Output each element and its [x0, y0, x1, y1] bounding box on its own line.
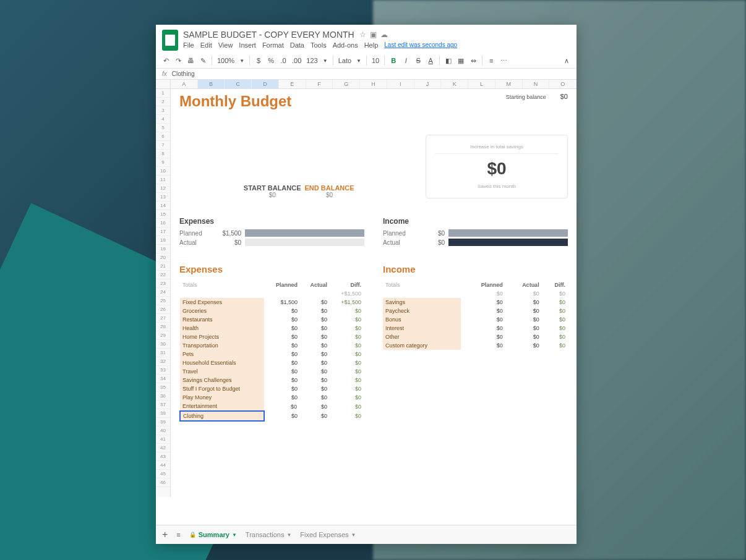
column-header[interactable]: B	[198, 80, 225, 88]
table-row[interactable]: Entertainment$0$0$0	[180, 402, 364, 411]
table-row[interactable]: Home Projects$0$0$0	[180, 333, 364, 341]
row-header[interactable]: 14	[156, 202, 170, 210]
paint-format-button[interactable]: ✎	[199, 57, 207, 65]
menu-help[interactable]: Help	[364, 41, 379, 49]
menu-edit[interactable]: Edit	[200, 41, 212, 49]
borders-button[interactable]: ▦	[457, 57, 465, 65]
number-format-dropdown[interactable]: 123	[306, 57, 317, 64]
row-header[interactable]: 34	[156, 375, 170, 383]
more-button[interactable]: ⋯	[500, 57, 507, 65]
table-row[interactable]: Clothing$0$0$0	[180, 411, 364, 421]
row-header[interactable]: 11	[156, 176, 170, 184]
expenses-table[interactable]: TotalsPlannedActualDiff.+$1,500Fixed Exp…	[179, 281, 364, 422]
menu-format[interactable]: Format	[262, 41, 284, 49]
chevron-down-icon[interactable]: ▼	[232, 532, 237, 538]
italic-button[interactable]: I	[402, 57, 409, 64]
row-header[interactable]: 30	[156, 340, 170, 349]
menu-tools[interactable]: Tools	[311, 41, 327, 49]
row-header[interactable]: 13	[156, 193, 170, 202]
table-row[interactable]: Restaurants$0$0$0	[180, 315, 364, 324]
table-row[interactable]: Health$0$0$0	[180, 324, 364, 333]
table-row[interactable]: Stuff I Forgot to Budget$0$0$0	[180, 384, 364, 393]
column-header[interactable]: F	[306, 80, 333, 88]
row-header[interactable]: 9	[156, 158, 170, 167]
table-row[interactable]: Travel$0$0$0	[180, 367, 364, 376]
chevron-down-icon[interactable]: ▼	[323, 58, 328, 64]
row-header[interactable]: 36	[156, 392, 170, 401]
row-header[interactable]: 20	[156, 253, 170, 262]
column-header[interactable]: E	[279, 80, 306, 88]
table-row[interactable]: Savings Challenges$0$0$0	[180, 376, 364, 384]
row-header[interactable]: 41	[156, 435, 170, 444]
row-header[interactable]: 31	[156, 349, 170, 357]
chevron-down-icon[interactable]: ▼	[351, 532, 356, 538]
percent-button[interactable]: %	[267, 57, 275, 64]
income-table[interactable]: TotalsPlannedActualDiff.$0$0$0Savings$0$…	[383, 281, 568, 350]
menu-addons[interactable]: Add-ons	[333, 41, 358, 49]
row-header[interactable]: 27	[156, 314, 170, 323]
currency-button[interactable]: $	[255, 57, 262, 64]
chevron-down-icon[interactable]: ▼	[239, 58, 244, 64]
font-size-input[interactable]: 10	[372, 57, 379, 64]
dec-increase-button[interactable]: .00	[292, 57, 301, 64]
table-row[interactable]: Play Money$0$0$0	[180, 393, 364, 402]
row-header[interactable]: 35	[156, 383, 170, 392]
table-row[interactable]: Custom category$0$0$0	[383, 341, 568, 350]
menu-file[interactable]: File	[183, 41, 194, 49]
table-row[interactable]: Bonus$0$0$0	[383, 315, 568, 324]
table-row[interactable]: Savings$0$0$0	[383, 298, 568, 307]
row-header[interactable]: 5	[156, 124, 170, 132]
font-dropdown[interactable]: Lato	[338, 57, 351, 64]
sheet-content[interactable]: Monthly Budget Starting balance $0 START…	[171, 89, 577, 497]
tab-fixed-expenses[interactable]: Fixed Expenses ▼	[300, 531, 356, 538]
column-header[interactable]: O	[549, 80, 577, 88]
doc-title[interactable]: SAMPLE BUDGET - COPY EVERY MONTH	[183, 30, 354, 40]
row-header[interactable]: 44	[156, 461, 170, 470]
table-row[interactable]: Transportation$0$0$0	[180, 341, 364, 350]
column-header[interactable]: A	[171, 80, 198, 88]
row-header[interactable]: 40	[156, 426, 170, 435]
text-color-button[interactable]: A	[427, 57, 434, 64]
row-header[interactable]: 4	[156, 115, 170, 124]
strike-button[interactable]: S	[414, 57, 422, 64]
row-header[interactable]: 3	[156, 106, 170, 115]
table-row[interactable]: Other$0$0$0	[383, 333, 568, 341]
last-edit-link[interactable]: Last edit was seconds ago	[384, 41, 457, 49]
row-header[interactable]: 28	[156, 323, 170, 331]
row-header[interactable]: 21	[156, 262, 170, 271]
fill-color-button[interactable]: ◧	[445, 57, 452, 65]
row-header[interactable]: 6	[156, 132, 170, 141]
row-header[interactable]: 46	[156, 478, 170, 487]
row-header[interactable]: 1	[156, 89, 170, 98]
column-header[interactable]: M	[495, 80, 523, 88]
row-header[interactable]: 42	[156, 444, 170, 452]
row-header[interactable]: 32	[156, 357, 170, 366]
row-header[interactable]: 16	[156, 219, 170, 227]
add-sheet-button[interactable]: +	[162, 529, 168, 540]
chevron-down-icon[interactable]: ▼	[286, 532, 291, 538]
column-header[interactable]: D	[252, 80, 279, 88]
column-header[interactable]: H	[360, 80, 387, 88]
print-button[interactable]: 🖶	[187, 57, 194, 64]
table-row[interactable]: Groceries$0$0$0	[180, 307, 364, 315]
column-header[interactable]: C	[225, 80, 252, 88]
row-header[interactable]: 22	[156, 271, 170, 279]
row-header[interactable]: 10	[156, 167, 170, 176]
row-header[interactable]: 23	[156, 279, 170, 288]
all-sheets-button[interactable]: ≡	[176, 531, 180, 538]
table-row[interactable]: Fixed Expenses$1,500$0+$1,500	[180, 298, 364, 307]
row-header[interactable]: 29	[156, 331, 170, 340]
fx-icon[interactable]: fx	[162, 70, 167, 77]
undo-button[interactable]: ↶	[162, 57, 169, 65]
column-header[interactable]: N	[523, 80, 550, 88]
row-header[interactable]: 18	[156, 236, 170, 245]
formula-input[interactable]: Clothing	[172, 70, 195, 77]
row-header[interactable]: 24	[156, 288, 170, 297]
zoom-dropdown[interactable]: 100%	[217, 57, 234, 64]
row-header[interactable]: 33	[156, 366, 170, 375]
star-icon[interactable]: ☆	[359, 30, 366, 39]
chevron-down-icon[interactable]: ▼	[356, 58, 361, 64]
row-header[interactable]: 25	[156, 297, 170, 305]
menu-data[interactable]: Data	[290, 41, 304, 49]
bold-button[interactable]: B	[390, 57, 397, 64]
